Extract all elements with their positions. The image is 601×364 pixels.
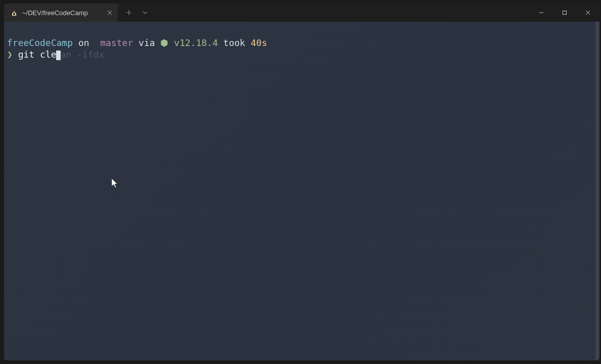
scrollbar[interactable]: [595, 22, 599, 360]
prompt-directory: freeCodeCamp: [7, 37, 73, 48]
prompt-duration: 40s: [251, 37, 267, 48]
svg-point-4: [15, 11, 15, 12]
svg-point-5: [14, 12, 15, 13]
tabs-area: ~/DEV/freeCodeCamp: [4, 4, 152, 22]
terminal-window: ~/DEV/freeCodeCamp: [4, 4, 599, 360]
prompt-took-label: took: [218, 37, 251, 48]
tux-icon: [10, 9, 18, 17]
close-tab-button[interactable]: [106, 9, 114, 17]
terminal-tab[interactable]: ~/DEV/freeCodeCamp: [4, 4, 118, 22]
titlebar: ~/DEV/freeCodeCamp: [4, 4, 599, 22]
tab-dropdown-button[interactable]: [138, 6, 152, 20]
node-icon: ⬢: [160, 37, 168, 48]
window-controls: [530, 4, 599, 22]
svg-point-7: [15, 15, 17, 16]
new-tab-button[interactable]: [122, 6, 136, 20]
prompt-node-version: v12.18.4: [168, 37, 218, 48]
svg-point-6: [12, 15, 14, 16]
text-cursor: [56, 51, 61, 60]
prompt-arrow-icon: ❯: [7, 49, 13, 60]
command-autosuggestion: an -ifdx: [61, 49, 105, 60]
svg-rect-8: [563, 11, 567, 15]
tab-actions: [118, 4, 152, 22]
prompt-command-line: ❯ git clean -ifdx: [7, 49, 596, 60]
terminal-body[interactable]: freeCodeCamp on master via ⬢ v12.18.4 to…: [4, 22, 599, 360]
command-typed: git cle: [13, 49, 57, 60]
prompt-branch: master: [95, 37, 133, 48]
close-window-button[interactable]: [576, 4, 599, 22]
prompt-via-label: via: [133, 37, 160, 48]
mouse-cursor-icon: [112, 178, 119, 191]
svg-point-3: [13, 11, 14, 12]
prompt-context-line: freeCodeCamp on master via ⬢ v12.18.4 to…: [7, 37, 596, 49]
maximize-button[interactable]: [553, 4, 576, 22]
minimize-button[interactable]: [530, 4, 553, 22]
tab-title: ~/DEV/freeCodeCamp: [22, 9, 102, 17]
svg-point-2: [13, 13, 16, 16]
prompt-on-label: on: [73, 37, 95, 48]
